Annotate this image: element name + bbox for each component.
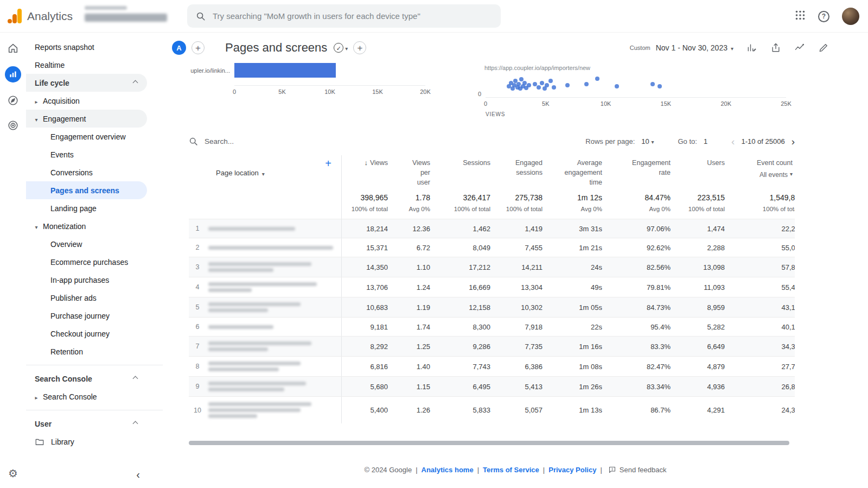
rail-advertising-button[interactable]	[6, 118, 20, 132]
rows-per-page-select[interactable]: 10	[641, 137, 654, 145]
goto-page-input[interactable]: 1	[704, 137, 707, 145]
rail-home-button[interactable]	[6, 41, 20, 55]
global-search-bar[interactable]	[187, 4, 501, 28]
metric-cell: 84.73%	[602, 303, 671, 312]
table-row[interactable]: 95,6801.156,4955,4131m 26s83.34%4,93626,…	[189, 376, 795, 396]
metric-cell: 1,474	[671, 225, 725, 233]
date-caret-icon[interactable]	[731, 43, 733, 52]
advertising-target-icon	[7, 119, 19, 131]
terms-of-service-link[interactable]: Terms of Service	[483, 466, 539, 474]
edit-report-button[interactable]	[818, 42, 829, 53]
nav-item-monetization[interactable]: Monetization	[26, 217, 147, 235]
app-name: Analytics	[27, 10, 73, 23]
nav-item-events[interactable]: Events	[26, 145, 147, 163]
metric-cell: 34,34	[725, 343, 795, 351]
nav-item-publisher-ads[interactable]: Publisher ads	[26, 289, 147, 307]
column-header-engaged-sessions[interactable]: Engaged sessions	[490, 155, 542, 178]
customize-report-button[interactable]	[746, 42, 757, 53]
nav-item-checkout-journey[interactable]: Checkout journey	[26, 325, 147, 343]
event-count-filter[interactable]: All events	[725, 170, 793, 180]
apps-grid-icon[interactable]	[795, 10, 806, 23]
column-header-average-engagement-time[interactable]: Average engagement time	[542, 155, 602, 187]
report-saved-badge[interactable]	[334, 43, 343, 53]
reports-nav: Reports snapshotRealtimeLife cycleAcquis…	[26, 33, 163, 488]
insights-button[interactable]	[794, 42, 805, 53]
global-search-input[interactable]	[213, 11, 492, 21]
chevron-down-icon	[33, 115, 40, 123]
nav-section-search-console[interactable]: Search Console	[26, 370, 147, 388]
nav-item-landing-page[interactable]: Landing page	[26, 199, 147, 217]
horizontal-scrollbar[interactable]	[189, 441, 789, 445]
axis-tick-label: 5K	[542, 100, 549, 107]
nav-item-retention[interactable]: Retention	[26, 343, 147, 360]
rail-admin-gear-button[interactable]	[6, 466, 20, 480]
nav-item-acquisition[interactable]: Acquisition	[26, 92, 147, 110]
analytics-brand[interactable]: Analytics	[8, 9, 73, 23]
analytics-home-link[interactable]: Analytics home	[422, 466, 474, 474]
add-report-button[interactable]	[353, 41, 366, 54]
add-comparison-button[interactable]	[192, 41, 205, 54]
column-header-sessions[interactable]: Sessions	[430, 155, 490, 168]
table-row[interactable]: 510,6831.1912,15810,3021m 05s84.73%8,959…	[189, 297, 795, 317]
rail-reports-button[interactable]	[5, 66, 21, 83]
account-property-selector-redacted[interactable]	[85, 6, 174, 22]
collapse-section-icon[interactable]	[133, 421, 138, 427]
table-row[interactable]: 105,4001.265,8335,0571m 13s86.7%4,29124,…	[189, 396, 795, 423]
send-feedback-button[interactable]: Send feedback	[608, 466, 667, 474]
nav-item-conversions[interactable]: Conversions	[26, 163, 147, 181]
column-header-event-count[interactable]: Event countAll events	[725, 155, 795, 180]
metric-cell: 1.24	[388, 283, 430, 291]
nav-item-library[interactable]: Library	[26, 433, 147, 451]
nav-item-label: Realtime	[35, 61, 65, 69]
badge-caret-icon[interactable]	[345, 43, 348, 52]
nav-section-life-cycle[interactable]: Life cycle	[26, 74, 147, 92]
comparison-chip-all-users[interactable]: A	[172, 41, 186, 55]
metric-cell: 13,706	[342, 283, 388, 291]
table-row[interactable]: 215,3716.728,0497,4551m 21s92.62%2,28855…	[189, 238, 795, 257]
table-row[interactable]: 118,21412.361,4621,4193m 31s97.06%1,4742…	[189, 219, 795, 238]
scatter-x-axis: 05K10K15K20K25K	[486, 97, 786, 107]
collapse-section-icon[interactable]	[133, 80, 138, 86]
user-avatar[interactable]	[842, 8, 859, 25]
nav-item-ecommerce-purchases[interactable]: Ecommerce purchases	[26, 253, 147, 271]
scatter-point	[552, 85, 556, 90]
table-row[interactable]: 413,7061.2416,66913,30449s79.81%11,09355…	[189, 277, 795, 297]
nav-section-user[interactable]: User	[26, 415, 147, 433]
nav-item-realtime[interactable]: Realtime	[26, 56, 147, 74]
collapse-section-icon[interactable]	[133, 376, 138, 382]
column-header-views-per-user[interactable]: Views per user	[388, 155, 430, 187]
share-report-button[interactable]	[770, 42, 781, 53]
nav-item-pages-and-screens[interactable]: Pages and screens	[26, 181, 147, 199]
chevron-left-icon	[136, 471, 140, 480]
table-search-input[interactable]	[205, 137, 335, 145]
table-row[interactable]: 86,8161.407,7436,3861m 08s82.47%4,87927,…	[189, 356, 795, 376]
dimension-header[interactable]: Page location +	[189, 155, 342, 188]
nav-item-purchase-journey[interactable]: Purchase journey	[26, 307, 147, 325]
scatter-point	[650, 82, 655, 86]
help-icon[interactable]: ?	[818, 11, 829, 22]
date-range-selector[interactable]: Nov 1 - Nov 30, 2023	[656, 43, 727, 52]
nav-item-engagement[interactable]: Engagement	[26, 110, 147, 128]
metric-cell: 12,158	[430, 303, 490, 312]
metric-cell: 7,918	[490, 323, 542, 331]
next-page-button[interactable]	[792, 136, 795, 147]
column-header-engagement-rate[interactable]: Engagement rate	[602, 155, 671, 178]
add-column-button[interactable]: +	[325, 157, 331, 170]
nav-item-in-app-purchases[interactable]: In-app purchases	[26, 271, 147, 289]
nav-item-label: Ecommerce purchases	[50, 258, 128, 267]
previous-page-button[interactable]	[731, 136, 735, 147]
column-header-users[interactable]: Users	[671, 155, 725, 168]
privacy-policy-link[interactable]: Privacy Policy	[548, 466, 596, 474]
rail-explore-button[interactable]	[6, 93, 20, 107]
nav-item-search-console[interactable]: Search Console	[26, 388, 147, 405]
table-row[interactable]: 69,1811.748,3007,91822s95.4%5,28240,18	[189, 317, 795, 336]
table-search[interactable]	[189, 137, 335, 146]
collapse-nav-button[interactable]	[136, 469, 140, 480]
nav-item-reports-snapshot[interactable]: Reports snapshot	[26, 38, 147, 56]
nav-item-engagement-overview[interactable]: Engagement overview	[26, 128, 147, 145]
table-row[interactable]: 78,2921.259,2867,7351m 16s83.3%6,64934,3…	[189, 336, 795, 356]
nav-item-overview[interactable]: Overview	[26, 235, 147, 253]
column-header-views[interactable]: Views	[342, 155, 388, 168]
table-row[interactable]: 314,3501.1017,21214,21124s82.56%13,09857…	[189, 257, 795, 277]
nav-item-label: Engagement overview	[50, 132, 126, 141]
